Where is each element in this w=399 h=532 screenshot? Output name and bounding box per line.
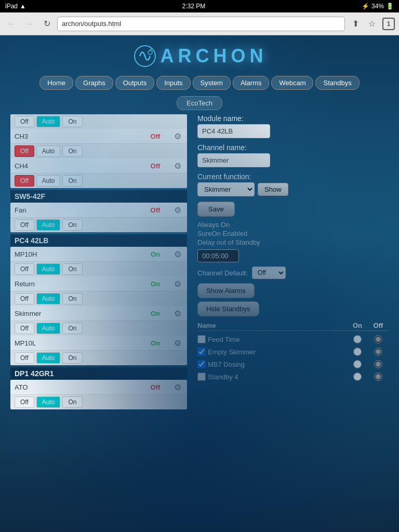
radio-off-mb7dosing[interactable]: [374, 360, 382, 368]
nav-webcam[interactable]: Webcam: [271, 76, 313, 90]
control-row-ato: Off Auto On: [10, 395, 187, 409]
btn-off-skimmer[interactable]: Off: [15, 323, 34, 334]
btn-auto-mp10l[interactable]: Auto: [36, 352, 61, 364]
function-row: Skimmer Return Wave Heater Light Show: [197, 182, 389, 196]
nav-system[interactable]: System: [193, 76, 231, 90]
channel-group-sw5: Fan Off ⚙ Off Auto On: [10, 203, 187, 232]
standby-mb7dosing-name: MB7 Dosing: [208, 361, 347, 368]
btn-off-ch3[interactable]: Off: [15, 145, 34, 157]
radio-on-standby4[interactable]: [353, 373, 362, 381]
nav-outputs[interactable]: Outputs: [115, 76, 155, 90]
tab-count[interactable]: 1: [382, 18, 395, 30]
nav-inputs[interactable]: Inputs: [156, 76, 190, 90]
control-row-return: Off Auto On: [10, 291, 187, 306]
channel-mp10l: MP10L On ⚙: [10, 336, 187, 351]
checkbox-standby4[interactable]: [197, 373, 206, 381]
nav-alarms[interactable]: Alarms: [233, 76, 269, 90]
standby-standby4: Standby 4: [197, 370, 389, 383]
btn-on-ch4[interactable]: On: [62, 175, 82, 187]
radio-on-mb7dosing[interactable]: [353, 360, 362, 368]
address-bar[interactable]: [57, 17, 345, 31]
main-content: ARCHON Home Graphs Outputs Inputs System…: [0, 35, 399, 532]
control-row-mp10h: Off Auto On: [10, 262, 187, 276]
btn-auto-mp10h[interactable]: Auto: [36, 263, 61, 275]
channel-default-label: Channel Default:: [197, 269, 248, 277]
radio-on-emptyskimmer[interactable]: [353, 348, 362, 356]
btn-off-ch4[interactable]: Off: [15, 175, 34, 187]
gear-mp10h[interactable]: ⚙: [172, 249, 183, 259]
gear-ch3[interactable]: ⚙: [172, 131, 183, 141]
function-select[interactable]: Skimmer Return Wave Heater Light: [197, 182, 255, 196]
section-dp1: DP1 42GR1: [10, 367, 187, 380]
btn-off-return[interactable]: Off: [15, 293, 34, 304]
btn-auto-ch3[interactable]: Auto: [36, 145, 61, 157]
btn-on-fan[interactable]: On: [62, 219, 82, 231]
radio-on-emptyskimmer-col: [347, 348, 368, 356]
delay-time-input[interactable]: [197, 249, 239, 262]
btn-auto-ato[interactable]: Auto: [36, 396, 61, 408]
btn-on-top[interactable]: On: [62, 116, 82, 127]
gear-fan[interactable]: ⚙: [172, 205, 183, 215]
btn-on-ch3[interactable]: On: [62, 145, 82, 157]
logo-area: ARCHON: [0, 35, 399, 72]
refresh-button[interactable]: ↻: [39, 17, 54, 31]
btn-off-top[interactable]: Off: [15, 116, 34, 127]
btn-auto-skimmer[interactable]: Auto: [36, 323, 61, 334]
gear-ch4[interactable]: ⚙: [172, 161, 183, 171]
nav-home[interactable]: Home: [39, 76, 73, 90]
radio-off-feedtime[interactable]: [374, 335, 382, 343]
channel-ato-label: ATO: [15, 383, 142, 391]
btn-auto-fan[interactable]: Auto: [36, 219, 61, 231]
bluetooth-icon: ⚡: [362, 3, 369, 10]
standby-feedtime-name: Feed Time: [208, 336, 347, 343]
channel-ato: ATO Off ⚙: [10, 380, 187, 395]
radio-off-emptyskimmer[interactable]: [374, 348, 382, 356]
btn-on-ato[interactable]: On: [62, 396, 82, 408]
checkbox-emptyskimmer[interactable]: [197, 348, 206, 356]
gear-skimmer[interactable]: ⚙: [172, 308, 183, 318]
btn-on-return[interactable]: On: [62, 293, 82, 304]
channel-group-dp1: ATO Off ⚙ Off Auto On: [10, 380, 187, 409]
module-name-input[interactable]: [197, 124, 270, 138]
forward-button[interactable]: →: [22, 17, 36, 31]
status-right: ⚡ 34% 🔋: [362, 3, 394, 10]
btn-auto-top[interactable]: Auto: [36, 116, 61, 127]
checkbox-mb7dosing[interactable]: [197, 360, 206, 368]
btn-auto-ch4[interactable]: Auto: [36, 175, 61, 187]
channel-ch4-status: Off: [142, 162, 168, 170]
channel-fan: Fan Off ⚙: [10, 203, 187, 218]
nav-standbys[interactable]: Standbys: [315, 76, 359, 90]
back-button[interactable]: ←: [4, 17, 19, 31]
bookmark-button[interactable]: ☆: [365, 17, 379, 31]
show-function-button[interactable]: Show: [258, 183, 288, 196]
radio-on-feedtime[interactable]: [353, 335, 362, 343]
gear-ato[interactable]: ⚙: [172, 382, 183, 392]
module-name-label: Module name:: [197, 114, 389, 123]
channel-default-select[interactable]: Off On: [252, 267, 286, 279]
gear-return[interactable]: ⚙: [172, 278, 183, 289]
btn-off-ato[interactable]: Off: [15, 396, 34, 408]
checkbox-feedtime[interactable]: [197, 335, 206, 343]
save-button[interactable]: Save: [197, 202, 235, 217]
nav-graphs[interactable]: Graphs: [75, 76, 113, 90]
nav-ecotech[interactable]: EcoTech: [177, 96, 222, 110]
btn-auto-return[interactable]: Auto: [36, 293, 61, 304]
show-alarms-button[interactable]: Show Alarms: [197, 283, 255, 298]
btn-off-mp10h[interactable]: Off: [15, 263, 34, 275]
btn-off-fan[interactable]: Off: [15, 219, 34, 231]
channel-name-input[interactable]: [197, 153, 270, 167]
radio-off-standby4[interactable]: [374, 373, 382, 381]
hide-standbys-button[interactable]: Hide Standbys: [197, 301, 259, 316]
btn-off-mp10l[interactable]: Off: [15, 352, 34, 364]
current-function-group: Current function: Skimmer Return Wave He…: [197, 172, 389, 196]
btn-on-mp10h[interactable]: On: [62, 263, 82, 275]
gear-mp10l[interactable]: ⚙: [172, 338, 183, 348]
channel-skimmer-label: Skimmer: [15, 310, 142, 317]
btn-on-mp10l[interactable]: On: [62, 352, 82, 364]
standbys-table: Name On Off Feed Time Empty Sk: [197, 321, 389, 383]
standby-mb7dosing: MB7 Dosing: [197, 358, 389, 370]
btn-on-skimmer[interactable]: On: [62, 323, 82, 334]
logo-icon: [132, 43, 158, 69]
battery-label: 34%: [371, 3, 384, 10]
share-button[interactable]: ⬆: [348, 17, 363, 31]
